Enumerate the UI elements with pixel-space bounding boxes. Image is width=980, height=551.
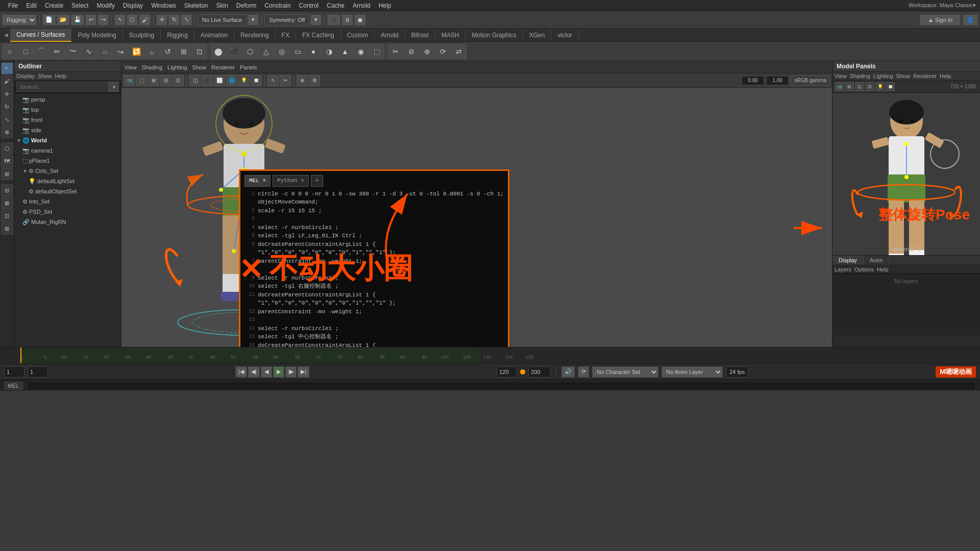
vp-tb-7[interactable]: ⬛ [202, 75, 213, 86]
show-manip-tool[interactable]: ⊞ [1, 168, 13, 180]
range-start-input[interactable]: 1 [28, 366, 48, 378]
shelf-nurbs-curve[interactable]: 〜 [65, 44, 81, 59]
symmetry-dropdown[interactable]: ▾ [310, 14, 322, 26]
shelf-nurbs-cyl[interactable]: ◑ [322, 44, 337, 59]
rp-menu-help[interactable]: Help [940, 73, 951, 79]
rvp-btn-1[interactable]: 📹 [835, 82, 844, 91]
save-scene-btn[interactable]: 💾 [71, 14, 84, 26]
shelf-reverse[interactable]: ⇄ [451, 44, 467, 59]
vp-tb-9[interactable]: 🌐 [226, 75, 237, 86]
play-back-btn[interactable]: ◀ [261, 366, 272, 378]
menu-edit[interactable]: Edit [22, 1, 41, 10]
range-end-input[interactable] [497, 366, 517, 378]
right-viewport-canvas[interactable]: 整体旋转Pose camera1 -Z [832, 93, 980, 255]
shelf-curve-2[interactable]: ⎁ [144, 44, 160, 59]
shelf-nurbs-torus[interactable]: ◉ [353, 44, 369, 59]
viewport-menu-panels[interactable]: Panels [240, 64, 257, 70]
tree-item-camera1[interactable]: 📷 camera1 [14, 145, 121, 156]
current-frame-input[interactable]: 1 [4, 366, 24, 378]
code-tab-mel[interactable]: MEL × [244, 175, 271, 187]
go-end-btn[interactable]: ▶| [298, 366, 309, 378]
shelf-arc[interactable]: ⌒ [34, 44, 49, 59]
shelf-cv-curve[interactable]: ↝ [113, 44, 128, 59]
cam-tool-1[interactable]: 🎥 [327, 14, 340, 26]
shelf-cone[interactable]: △ [258, 44, 274, 59]
loop-btn[interactable]: ⟳ [578, 366, 589, 378]
shelf-cylinder[interactable]: ⬡ [242, 44, 258, 59]
vp-tb-12[interactable]: ↖ [267, 75, 279, 86]
shelf-detach[interactable]: ⊘ [404, 44, 419, 59]
channels-help[interactable]: Help [877, 266, 889, 272]
rp-menu-lighting[interactable]: Lighting [873, 73, 893, 79]
select-tool-btn[interactable]: ↖ [114, 14, 126, 26]
vp-tb-2[interactable]: ⬚ [136, 75, 147, 86]
play-fwd-btn[interactable]: ▶ [273, 366, 284, 378]
sign-in-btn[interactable]: ▲ Sign In [920, 14, 961, 26]
mel-label[interactable]: MEL [4, 382, 23, 390]
tree-item-psd-set[interactable]: ⚙ PSD_Set [14, 207, 121, 217]
snap-to-point[interactable]: ⊡ [1, 210, 13, 222]
max-end-input[interactable] [528, 366, 551, 378]
shelf-curve-pencil[interactable]: ✏ [50, 44, 65, 59]
scale-tool[interactable]: ⤡ [1, 113, 13, 126]
cam-tool-3[interactable]: ⏹ [354, 14, 366, 26]
anim-layer-btn[interactable]: 🔊 [561, 366, 575, 378]
soft-mod-tool[interactable]: ⬡ [1, 142, 13, 155]
tab-mash[interactable]: MASH [435, 29, 466, 42]
rvp-btn-3[interactable]: ⊡ [855, 82, 864, 91]
outliner-menu-help[interactable]: Help [55, 73, 67, 79]
code-tab-python[interactable]: Python × [273, 175, 309, 187]
shelf-helix[interactable]: 🔁 [129, 44, 144, 59]
code-tab-new[interactable]: + [311, 175, 324, 187]
menu-select[interactable]: Select [67, 1, 92, 10]
shelf-bezier-curve[interactable]: ⌓ [97, 44, 112, 59]
tree-item-default-light-set[interactable]: 💡 defaultLightSet [14, 176, 121, 186]
vp-tb-11[interactable]: 🔲 [251, 75, 262, 86]
vp-tb-15[interactable]: ⚙ [309, 75, 320, 86]
tab-arnold[interactable]: Arnold [375, 29, 405, 42]
rp-menu-renderer[interactable]: Renderer [913, 73, 937, 79]
vp-tb-6[interactable]: ◫ [189, 75, 201, 86]
rvp-btn-2[interactable]: ⊞ [845, 82, 854, 91]
exposure-input[interactable] [742, 76, 764, 85]
vp-tb-13[interactable]: ✂ [280, 75, 291, 86]
tab-curves-surfaces[interactable]: Curves / Surfaces [10, 29, 71, 42]
viewport-menu-shading[interactable]: Shading [142, 64, 162, 70]
vp-tb-14[interactable]: ⊕ [297, 75, 308, 86]
outliner-menu-display[interactable]: Display [16, 73, 35, 79]
undo-btn[interactable]: ↩ [85, 14, 96, 26]
step-back-btn[interactable]: ◀| [248, 366, 260, 378]
menu-control[interactable]: Control [295, 1, 323, 10]
shelf-rebuild[interactable]: ⟳ [435, 44, 451, 59]
viewport-menu-lighting[interactable]: Lighting [167, 64, 187, 70]
shelf-extrude[interactable]: ⊞ [176, 44, 191, 59]
status-command-input[interactable] [27, 381, 976, 390]
rp-menu-show[interactable]: Show [896, 73, 911, 79]
vp-tb-8[interactable]: ⬜ [214, 75, 225, 86]
rvp-btn-4[interactable]: ⊟ [865, 82, 874, 91]
universal-tool[interactable]: ⊕ [1, 126, 13, 138]
rigging-select[interactable]: Rigging [2, 14, 37, 26]
menu-create[interactable]: Create [41, 1, 67, 10]
tree-item-ctrls-set[interactable]: ▼ ⚙ Ctrls_Set [14, 166, 121, 176]
tab-motion-graphics[interactable]: Motion Graphics [465, 29, 523, 42]
snap-to-grid[interactable]: ⊟ [1, 184, 13, 196]
sculpt-tool[interactable]: 🗺 [1, 155, 13, 167]
tab-victor[interactable]: victor [551, 29, 579, 42]
menu-windows[interactable]: Windows [147, 1, 180, 10]
live-surface-dropdown[interactable]: ▾ [248, 14, 259, 26]
tab-fx-caching[interactable]: FX Caching [296, 29, 341, 42]
shelf-torus[interactable]: ◎ [274, 44, 289, 59]
shelf-nurbs-sphere[interactable]: ● [306, 44, 321, 59]
cam-tool-2[interactable]: ⏸ [341, 14, 353, 26]
tab-bifrost[interactable]: Bifrost [405, 29, 435, 42]
tree-item-mulan-rig[interactable]: 🔗 Mulan_RigRN [14, 217, 121, 227]
tree-item-default-object-set[interactable]: ⚙ defaultObjectSet [14, 186, 121, 196]
user-icon-btn[interactable]: 👤 [963, 14, 978, 26]
viewport-menu-show[interactable]: Show [192, 64, 207, 70]
anim-layer-select[interactable]: No Anim Layer [662, 366, 723, 378]
lasso-tool-btn[interactable]: ⬡ [127, 14, 138, 26]
menu-deform[interactable]: Deform [232, 1, 260, 10]
shelf-revolve[interactable]: ↺ [160, 44, 176, 59]
snap-to-view[interactable]: ⊞ [1, 222, 13, 235]
